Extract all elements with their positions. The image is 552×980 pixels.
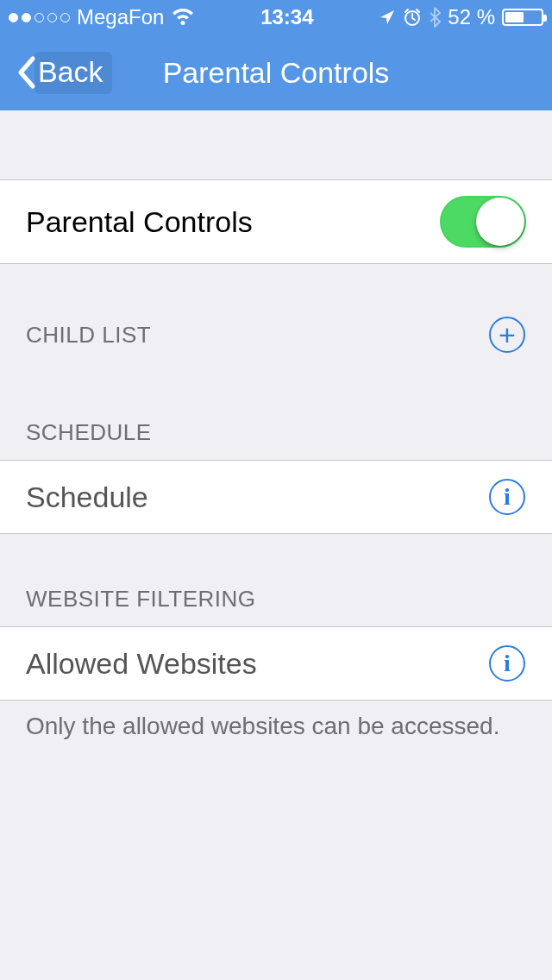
parental-controls-toggle[interactable] [440,196,526,248]
location-icon [379,9,396,26]
allowed-websites-info-button[interactable]: i [488,644,526,682]
schedule-label: Schedule [26,481,148,514]
status-left: MegaFon [9,5,195,29]
info-icon: i [489,645,525,682]
schedule-section-title: SCHEDULE [26,419,152,446]
add-child-button[interactable]: + [488,316,526,354]
info-icon: i [489,479,525,515]
parental-controls-row: Parental Controls [0,179,552,264]
chevron-left-icon [16,55,33,90]
battery-icon [502,9,543,26]
back-label: Back [38,55,104,88]
alarm-icon [403,8,422,27]
plus-icon: + [489,317,525,353]
status-right: 52 % [379,5,543,29]
battery-percent: 52 % [448,5,495,29]
schedule-row[interactable]: Schedule i [0,460,552,534]
allowed-websites-label: Allowed Websites [26,647,257,681]
allowed-websites-row[interactable]: Allowed Websites i [0,626,552,700]
carrier-label: MegaFon [77,5,164,29]
signal-strength-icon [9,13,70,22]
status-time: 13:34 [260,5,313,29]
website-filtering-header: WEBSITE FILTERING [0,534,552,626]
wifi-icon [171,8,195,27]
child-list-header: CHILD LIST + [0,264,552,368]
website-filter-footer: Only the allowed websites can be accesse… [0,700,552,752]
parental-controls-label: Parental Controls [26,205,253,239]
bluetooth-icon [429,7,441,28]
schedule-info-button[interactable]: i [488,478,526,516]
status-bar: MegaFon 13:34 52 % [0,0,552,35]
nav-bar: Back Parental Controls [0,35,552,110]
schedule-header: SCHEDULE [0,368,552,460]
child-list-title: CHILD LIST [26,322,151,349]
website-filtering-title: WEBSITE FILTERING [26,586,256,612]
back-button[interactable]: Back [0,52,112,94]
